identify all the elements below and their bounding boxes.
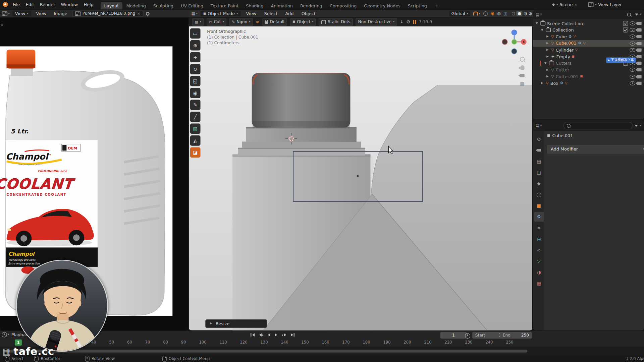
camera-view-icon[interactable]	[520, 74, 524, 77]
render-visibility-icon[interactable]	[637, 75, 641, 78]
menu-object[interactable]: Object	[299, 11, 318, 17]
tab-compositing[interactable]: Compositing	[326, 2, 361, 9]
target-dropdown[interactable]: Object	[290, 18, 316, 25]
orientation-dropdown[interactable]: Global	[449, 11, 470, 17]
view-layer-tab[interactable]	[534, 168, 544, 177]
outliner-row-cutter-001[interactable]: Cutter.001	[533, 73, 644, 80]
render-visibility-icon[interactable]	[637, 68, 641, 72]
scene-selector[interactable]: Scene	[552, 3, 578, 7]
constraints-tab[interactable]	[534, 245, 544, 255]
current-frame-marker[interactable]: 1	[15, 340, 22, 346]
hide-eye-icon[interactable]	[630, 41, 635, 45]
jump-to-end-button[interactable]	[289, 332, 296, 338]
menu-window[interactable]: Window	[58, 2, 81, 8]
object-name[interactable]: Cutter	[556, 68, 569, 72]
current-frame-field[interactable]: 1	[440, 332, 467, 339]
xray-toggle-icon[interactable]	[503, 11, 507, 15]
filter-icon[interactable]	[635, 125, 638, 127]
tab-shading[interactable]: Shading	[242, 2, 267, 9]
menu-add[interactable]: Add	[283, 11, 296, 17]
grid-ortho-icon[interactable]	[520, 81, 525, 86]
navigation-gizmo[interactable]: X	[501, 29, 527, 55]
render-visibility-icon[interactable]	[637, 48, 641, 52]
image-datablock[interactable]: PureRef_hR7LQNZ6i0.png	[72, 10, 143, 16]
menu-view[interactable]: View	[34, 11, 49, 17]
menu-edit[interactable]: Edit	[23, 2, 37, 8]
add-cube-tool[interactable]	[190, 124, 201, 134]
hide-eye-icon[interactable]	[630, 74, 635, 78]
clock-icon[interactable]	[465, 333, 470, 339]
blender-logo-icon[interactable]	[2, 2, 8, 8]
annotate-tool[interactable]	[190, 100, 201, 110]
solid-shading-icon[interactable]	[517, 11, 523, 16]
object-name[interactable]: Cube.001	[556, 41, 577, 46]
menu-view[interactable]: View	[244, 11, 259, 17]
outliner-row-cube-001[interactable]: Cube.001	[533, 40, 644, 47]
show-overlays-icon[interactable]	[497, 11, 501, 15]
search-icon[interactable]	[627, 12, 631, 16]
object-name[interactable]: Box	[550, 81, 558, 85]
cursor-tool[interactable]	[190, 40, 201, 51]
expander-icon[interactable]	[545, 49, 549, 52]
wireframe-shading-icon[interactable]	[512, 11, 515, 15]
viewport-3d-scene[interactable]	[189, 26, 532, 330]
hide-eye-icon[interactable]	[630, 21, 635, 25]
filter-icon[interactable]	[635, 13, 639, 15]
object-tab[interactable]	[534, 201, 544, 210]
expander-icon[interactable]	[545, 42, 549, 45]
tab-scripting[interactable]: Scripting	[404, 2, 431, 9]
expander-icon[interactable]	[545, 35, 549, 38]
properties-search-field[interactable]	[564, 122, 633, 129]
expander-icon[interactable]	[545, 55, 549, 58]
tab-sculpting[interactable]: Sculpting	[150, 2, 177, 9]
expander-icon[interactable]	[543, 62, 547, 65]
mode-dropdown[interactable]: Object Mode	[201, 11, 241, 17]
image-mode-dropdown[interactable]: View	[12, 11, 31, 17]
jump-to-start-button[interactable]	[249, 332, 256, 338]
frame-ruler[interactable]: 40 50 60 70 80 90 100 110 120 130 140 15…	[91, 340, 514, 344]
expander-icon[interactable]	[540, 82, 544, 85]
rendered-shading-icon[interactable]	[529, 11, 532, 15]
zoom-icon[interactable]	[520, 57, 525, 62]
modifier-tab[interactable]	[534, 212, 544, 222]
editor-type-button[interactable]	[536, 124, 542, 128]
view-layer-selector[interactable]: View Layer	[588, 2, 622, 7]
particles-tab[interactable]	[534, 223, 544, 233]
outliner-row-cutter[interactable]: Cutter	[533, 67, 644, 73]
settings-gear-icon[interactable]	[406, 19, 410, 24]
measure-tool[interactable]	[190, 112, 201, 122]
editor-type-button[interactable]	[2, 11, 10, 16]
tab-modeling[interactable]: Modeling	[122, 2, 150, 9]
next-keyframe-button[interactable]	[280, 332, 288, 338]
preset-selector[interactable]: Default	[262, 18, 287, 25]
cut-mode-dropdown[interactable]: Cut	[207, 18, 226, 25]
hardops-tool[interactable]	[190, 135, 201, 146]
expander-icon[interactable]	[545, 68, 549, 71]
object-data-tab[interactable]	[534, 256, 544, 266]
menu-select[interactable]: Select	[262, 11, 280, 17]
destructive-mode-dropdown[interactable]: Non-Destructive	[356, 18, 397, 25]
render-visibility-icon[interactable]	[637, 81, 641, 85]
outliner-row-cylinder[interactable]: Cylinder	[533, 47, 644, 53]
render-visibility-icon[interactable]	[637, 22, 641, 25]
render-visibility-icon[interactable]	[637, 55, 641, 58]
scale-tool[interactable]	[190, 76, 201, 86]
operator-panel[interactable]: Resize	[205, 319, 267, 328]
outliner-row-cube[interactable]: Cube	[533, 34, 644, 40]
pivot-point-icon[interactable]	[491, 11, 494, 15]
exclude-checkbox[interactable]	[623, 21, 628, 26]
region-expand-icon[interactable]	[1, 22, 3, 27]
outliner-row-collection[interactable]: Collection	[533, 27, 644, 34]
move-tool[interactable]	[190, 52, 201, 63]
material-tab[interactable]	[534, 267, 544, 277]
render-visibility-icon[interactable]	[637, 42, 641, 45]
menu-help[interactable]: Help	[81, 2, 96, 8]
boxcutter-tool[interactable]	[190, 147, 201, 158]
hide-eye-icon[interactable]	[630, 48, 635, 52]
render-tab[interactable]	[534, 145, 544, 155]
link-icon[interactable]	[256, 19, 259, 24]
collection-name[interactable]: Scene Collection	[547, 21, 583, 25]
object-name[interactable]: Cube	[556, 35, 567, 39]
expander-icon[interactable]	[540, 28, 544, 32]
render-visibility-icon[interactable]	[637, 28, 641, 32]
